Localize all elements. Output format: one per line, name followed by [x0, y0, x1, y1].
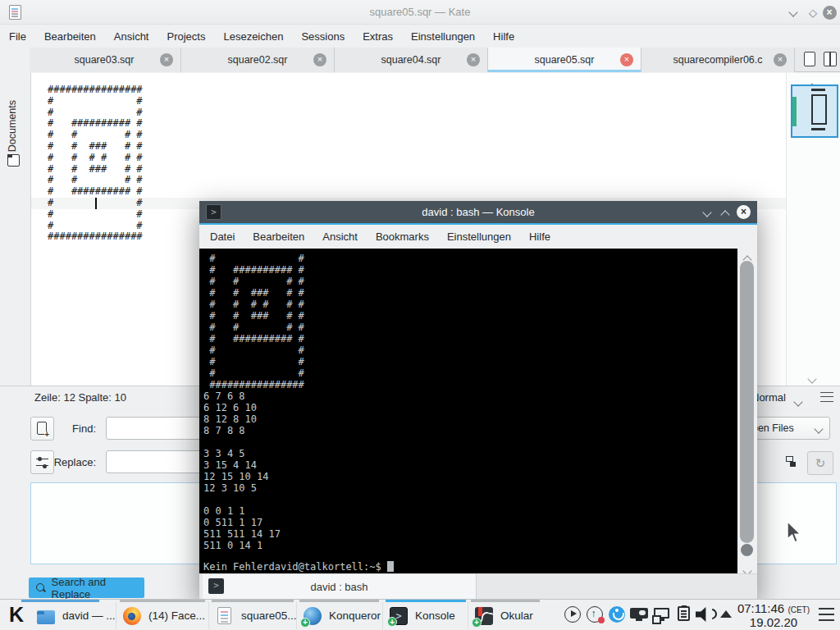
minimap-modified-mark: [792, 97, 797, 126]
editor-scrollbar-minimap[interactable]: [786, 73, 840, 386]
minimize-icon: [788, 7, 797, 16]
konsole-menu-bearbeiten[interactable]: Bearbeiten: [244, 231, 313, 243]
kate-maximize-button[interactable]: ◇: [806, 5, 820, 20]
task-label: Okular: [500, 609, 533, 622]
terminal-area[interactable]: # # # ########## # # # # # # # ### # # #…: [199, 249, 757, 573]
kate-menu-ansicht[interactable]: Ansicht: [105, 30, 158, 43]
statusbar-menu-icon[interactable]: [820, 392, 833, 402]
prompt-text: Kein Fehlerdavid@talkortell:~$: [203, 561, 381, 573]
split-view-icon[interactable]: [824, 52, 837, 66]
task-label: square05....: [241, 609, 297, 622]
terminal-output: # # # ########## # # # # # # # ### # # #…: [203, 253, 304, 551]
kate-minimize-button[interactable]: [786, 5, 801, 20]
konsole-close-button[interactable]: ×: [737, 205, 751, 219]
kate-menu-sessions[interactable]: Sessions: [292, 30, 354, 43]
konsole-menu-datei[interactable]: Datei: [201, 231, 244, 243]
konsole-minimize-button[interactable]: [700, 205, 714, 220]
konsole-maximize-button[interactable]: [718, 208, 733, 222]
add-search-icon: [37, 422, 47, 435]
screen-share-monitor-icon[interactable]: [630, 608, 648, 619]
terminal-prompt-line: Kein Fehlerdavid@talkortell:~$: [203, 561, 394, 573]
konsole-tabbar: > david : bash: [199, 573, 757, 599]
kate-menu-file[interactable]: File: [0, 30, 35, 43]
konsole-titlebar[interactable]: > david : bash — Konsole ×: [199, 201, 757, 223]
terminal-screen[interactable]: # # # ########## # # # # # # # ### # # #…: [199, 249, 737, 573]
taskbar-item-kate[interactable]: square05....: [210, 602, 297, 629]
tray-expand-arrow-icon[interactable]: [720, 610, 732, 618]
tab-square05-active[interactable]: square05.sqr ×: [488, 48, 641, 72]
tab-label: square04.sqr: [381, 54, 441, 66]
kate-menu-einstellungen[interactable]: Einstellungen: [402, 30, 484, 43]
kate-close-button[interactable]: ×: [822, 5, 837, 20]
tab-label: square03.sqr: [75, 54, 135, 66]
tab-square02[interactable]: square02.sqr ×: [181, 48, 335, 72]
kate-document-icon: [217, 607, 231, 624]
tab-close-icon[interactable]: ×: [313, 53, 326, 66]
tab-square03[interactable]: square03.sqr ×: [28, 48, 181, 72]
konsole-menu-einstellungen[interactable]: Einstellungen: [438, 231, 520, 243]
search-icon: [36, 583, 46, 593]
plus-badge-icon: +: [300, 618, 310, 628]
network-manager-icon[interactable]: [654, 608, 669, 619]
kate-tabbar: square03.sqr × square02.sqr × square04.s…: [0, 48, 840, 72]
kate-menu-bearbeiten[interactable]: Bearbeiten: [35, 30, 105, 43]
refresh-search-button[interactable]: ↻: [807, 451, 833, 475]
kate-titlebar[interactable]: square05.sqr — Kate ◇ ×: [0, 0, 840, 25]
accessibility-icon[interactable]: [609, 606, 625, 623]
chevron-down-icon: [795, 394, 801, 409]
taskbar-item-konqueror[interactable]: + Konqueror: [298, 602, 383, 629]
volume-wave-icon: [706, 609, 717, 619]
tab-square04[interactable]: square04.sqr ×: [335, 48, 488, 72]
kate-menu-extras[interactable]: Extras: [354, 30, 402, 43]
session-tab-label: david : bash: [310, 581, 368, 593]
konsole-app-icon: >: [206, 204, 221, 220]
tab-squarecompiler06[interactable]: squarecompiler06.c ×: [641, 48, 795, 72]
konsole-menu-hilfe[interactable]: Hilfe: [520, 231, 559, 243]
minimap-text-mark: [811, 94, 827, 125]
media-player-icon[interactable]: [564, 606, 581, 623]
minimap-view-region[interactable]: [791, 84, 838, 138]
kate-menu-projects[interactable]: Projects: [158, 30, 214, 43]
tab-close-icon[interactable]: ×: [467, 53, 480, 66]
search-and-replace-toggle-button[interactable]: Search and Replace: [29, 578, 144, 598]
terminal-scrollbar[interactable]: [737, 249, 757, 573]
scroll-down-icon[interactable]: [809, 371, 815, 386]
chevron-down-icon: [814, 424, 823, 433]
find-label: Find:: [49, 422, 96, 435]
kate-menu-lesezeichen[interactable]: Lesezeichen: [214, 30, 292, 43]
updates-notifier-icon[interactable]: [587, 606, 603, 623]
task-label: Konqueror: [329, 609, 381, 622]
task-label: Konsole: [415, 609, 455, 622]
clock-time: 07:11:46: [737, 601, 784, 615]
plus-badge-icon: +: [387, 617, 397, 627]
taskbar-item-konsole-active[interactable]: >+ Konsole: [384, 602, 468, 629]
tab-close-icon[interactable]: ×: [774, 53, 787, 66]
konsole-session-tab[interactable]: > david : bash: [203, 574, 477, 599]
mouse-cursor: [786, 520, 802, 548]
scrollbar-thumb[interactable]: [740, 261, 754, 543]
panel-settings-hamburger-icon[interactable]: [819, 608, 834, 621]
taskbar-item-dolphin[interactable]: david — ...: [31, 602, 116, 629]
minimap-text-mark: [811, 89, 825, 91]
digital-clock[interactable]: 07:11:46 (CET) 19.02.20: [735, 601, 812, 629]
documents-pages-icon[interactable]: [7, 154, 20, 167]
konqueror-globe-icon: +: [304, 607, 322, 625]
taskbar-item-firefox[interactable]: (14) Face...: [117, 602, 209, 629]
konsole-menu-bookmarks[interactable]: Bookmarks: [367, 231, 438, 243]
konsole-menu-ansicht[interactable]: Ansicht: [313, 231, 367, 243]
tab-close-icon[interactable]: ×: [620, 53, 633, 66]
taskbar-item-okular[interactable]: + Okular: [469, 602, 541, 629]
kate-window-title: square05.sqr — Kate: [0, 6, 840, 18]
taskbar-panel: K david — ... (14) Face... square05.... …: [0, 599, 840, 630]
task-label: david — ...: [62, 609, 116, 622]
expand-results-tree-icon[interactable]: [783, 456, 797, 469]
tab-close-icon[interactable]: ×: [160, 53, 173, 66]
clock-timezone: (CET): [788, 605, 810, 614]
kate-menu-hilfe[interactable]: Hilfe: [484, 30, 523, 43]
sidebar-tab-documents[interactable]: Documents: [7, 100, 18, 152]
volume-icon[interactable]: [696, 606, 712, 623]
new-document-icon[interactable]: [804, 52, 815, 66]
clipboard-icon[interactable]: [678, 606, 690, 621]
app-launcher-kde-logo[interactable]: K: [5, 602, 28, 627]
terminal-block-cursor: [387, 561, 394, 572]
